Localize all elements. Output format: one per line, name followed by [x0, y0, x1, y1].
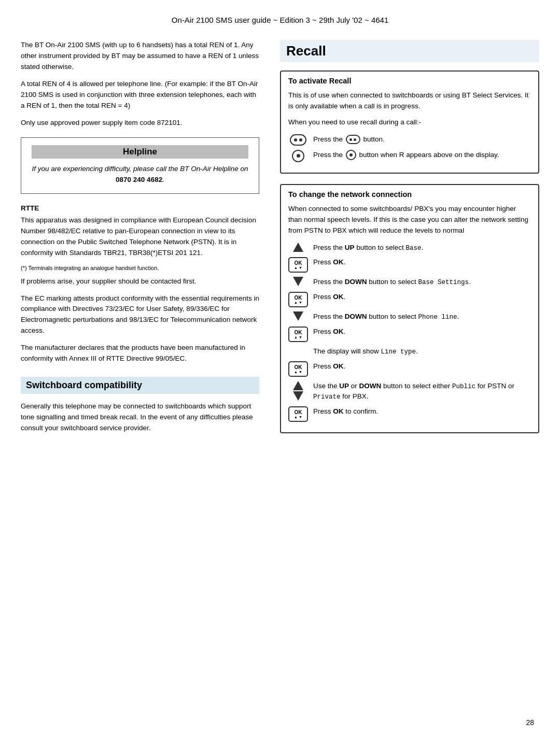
network-title: To change the network connection — [288, 190, 531, 199]
network-step1: Press the UP button to select Base. — [288, 243, 531, 253]
rtte-paragraph3: The EC marking attests product conformit… — [21, 293, 259, 337]
content-area: The BT On-Air 2100 SMS (with up to 6 han… — [0, 40, 560, 444]
switchboard-title: Switchboard compatibility — [21, 377, 259, 394]
network-step6-text: Press OK. — [313, 327, 531, 337]
network-connection-box: To change the network connection When co… — [280, 184, 539, 433]
right-column: Recall To activate Recall This is of use… — [275, 40, 539, 444]
ok-button-icon2: OK ▲ ▼ — [288, 292, 308, 307]
network-step7-text: The display will show Line type. — [313, 346, 531, 357]
network-step4: OK ▲ ▼ Press OK. — [288, 292, 531, 307]
network-step5: Press the DOWN button to select Phone li… — [288, 311, 531, 322]
inline-two-dots-icon — [346, 135, 360, 144]
network-step10-text: Press OK to confirm. — [313, 406, 531, 417]
one-dot-icon-activate — [288, 150, 308, 162]
ren-paragraph2: A total REN of 4 is allowed per telephon… — [21, 79, 259, 111]
activate-desc2: When you need to use recall during a cal… — [288, 117, 531, 128]
network-steps: Press the UP button to select Base. OK ▲… — [288, 243, 531, 422]
network-step7: The display will show Line type. — [288, 346, 531, 357]
left-column: The BT On-Air 2100 SMS (with up to 6 han… — [21, 40, 275, 444]
two-dots-icon-activate — [288, 134, 308, 146]
rtte-footnote: (*) Terminals integrating an analogue ha… — [21, 265, 259, 271]
power-supply-paragraph: Only use approved power supply item code… — [21, 118, 259, 129]
network-desc1: When connected to some switchboards/ PBX… — [288, 204, 531, 236]
triangle-up-icon1 — [288, 243, 308, 252]
activate-recall-box: To activate Recall This is of use when c… — [280, 70, 539, 174]
activate-step2-text: Press the button when R appears above on… — [313, 150, 531, 160]
network-step5-text: Press the DOWN button to select Phone li… — [313, 311, 531, 322]
network-step6: OK ▲ ▼ Press OK. — [288, 327, 531, 342]
network-step9-text: Use the UP or DOWN button to select eith… — [313, 381, 531, 403]
helpline-box: Helpline If you are experiencing difficu… — [21, 137, 259, 194]
triangle-down-icon2 — [288, 311, 308, 321]
recall-title: Recall — [280, 40, 539, 62]
helpline-text: If you are experiencing difficulty, plea… — [32, 164, 248, 185]
network-step10: OK ▲ ▼ Press OK to confirm. — [288, 406, 531, 422]
network-step2: OK ▲ ▼ Press OK. — [288, 257, 531, 273]
activate-step2: Press the button when R appears above on… — [288, 150, 531, 162]
ok-button-icon4: OK ▲ ▼ — [288, 361, 308, 377]
network-step4-text: Press OK. — [313, 292, 531, 302]
network-step1-text: Press the UP button to select Base. — [313, 243, 531, 253]
activate-steps: Press the button. Press the button when … — [288, 134, 531, 162]
network-step3: Press the DOWN button to select Base Set… — [288, 277, 531, 288]
network-step9: Use the UP or DOWN button to select eith… — [288, 381, 531, 403]
page-number: 28 — [526, 718, 534, 727]
switchboard-paragraph: Generally this telephone may be connecte… — [21, 401, 259, 434]
ok-button-icon1: OK ▲ ▼ — [288, 257, 308, 273]
header-title: On-Air 2100 SMS user guide ~ Edition 3 ~… — [172, 16, 389, 24]
ren-paragraph1: The BT On-Air 2100 SMS (with up to 6 han… — [21, 40, 259, 73]
rtte-title: RTTE — [21, 204, 259, 212]
network-step8-text: Press OK. — [313, 361, 531, 372]
activate-step1: Press the button. — [288, 134, 531, 146]
inline-one-dot-icon — [346, 150, 356, 160]
page-header: On-Air 2100 SMS user guide ~ Edition 3 ~… — [0, 16, 560, 24]
triangle-down-icon1 — [288, 277, 308, 286]
helpline-title: Helpline — [32, 145, 248, 159]
ok-button-icon5: OK ▲ ▼ — [288, 406, 308, 422]
rtte-paragraph4: The manufacturer declares that the produ… — [21, 343, 259, 364]
activate-step1-text: Press the button. — [313, 134, 531, 145]
network-step8: OK ▲ ▼ Press OK. — [288, 361, 531, 377]
switchboard-section: Switchboard compatibility Generally this… — [21, 377, 259, 434]
rtte-paragraph2: If problems arise, your supplier should … — [21, 276, 259, 287]
activate-desc1: This is of use when connected to switchb… — [288, 90, 531, 112]
rtte-paragraph1: This apparatus was designed in complianc… — [21, 215, 259, 259]
network-step2-text: Press OK. — [313, 257, 531, 267]
page: On-Air 2100 SMS user guide ~ Edition 3 ~… — [0, 0, 560, 737]
activate-recall-title: To activate Recall — [288, 77, 531, 85]
up-down-icon — [288, 381, 308, 401]
network-step3-text: Press the DOWN button to select Base Set… — [313, 277, 531, 288]
ok-button-icon3: OK ▲ ▼ — [288, 327, 308, 342]
